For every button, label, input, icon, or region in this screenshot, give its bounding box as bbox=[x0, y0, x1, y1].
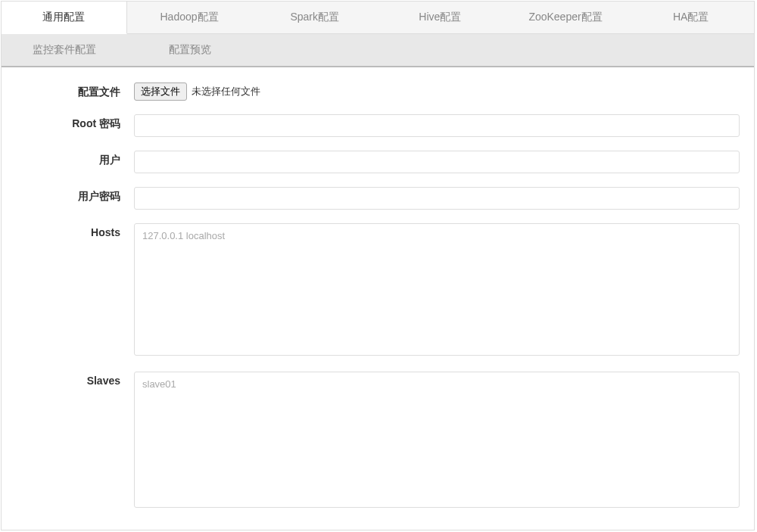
label-hosts: Hosts bbox=[9, 223, 134, 358]
tab-zookeeper-config[interactable]: ZooKeeper配置 bbox=[503, 2, 629, 33]
form-content: 配置文件 选择文件 未选择任何文件 Root 密码 用户 用户密码 bbox=[2, 67, 754, 532]
tab-ha-config[interactable]: HA配置 bbox=[628, 2, 754, 33]
tabs-row-2: 监控套件配置 配置预览 bbox=[2, 34, 754, 67]
user-password-input[interactable] bbox=[134, 187, 740, 210]
tab-config-preview[interactable]: 配置预览 bbox=[127, 34, 253, 66]
label-user-password: 用户密码 bbox=[9, 187, 134, 210]
slaves-textarea[interactable] bbox=[134, 372, 740, 508]
row-user: 用户 bbox=[9, 151, 746, 173]
label-user: 用户 bbox=[9, 151, 134, 173]
tab-general-config[interactable]: 通用配置 bbox=[2, 2, 127, 34]
row-user-password: 用户密码 bbox=[9, 187, 746, 210]
tab-hive-config[interactable]: Hive配置 bbox=[378, 2, 503, 33]
choose-file-button[interactable]: 选择文件 bbox=[134, 82, 187, 101]
label-config-file: 配置文件 bbox=[9, 82, 134, 101]
tab-hadoop-config[interactable]: Hadoop配置 bbox=[127, 2, 253, 33]
row-root-password: Root 密码 bbox=[9, 114, 746, 137]
tab-monitor-suite-config[interactable]: 监控套件配置 bbox=[2, 34, 127, 66]
tab-spark-config[interactable]: Spark配置 bbox=[252, 2, 378, 33]
label-root-password: Root 密码 bbox=[9, 114, 134, 137]
main-container: 通用配置 Hadoop配置 Spark配置 Hive配置 ZooKeeper配置… bbox=[1, 1, 755, 530]
row-slaves: Slaves bbox=[9, 372, 746, 510]
hosts-textarea[interactable] bbox=[134, 223, 740, 356]
tabs-row-1: 通用配置 Hadoop配置 Spark配置 Hive配置 ZooKeeper配置… bbox=[2, 2, 754, 34]
root-password-input[interactable] bbox=[134, 114, 740, 137]
row-hosts: Hosts bbox=[9, 223, 746, 358]
file-status-text: 未选择任何文件 bbox=[192, 85, 260, 98]
label-slaves: Slaves bbox=[9, 372, 134, 510]
row-config-file: 配置文件 选择文件 未选择任何文件 bbox=[9, 82, 746, 101]
user-input[interactable] bbox=[134, 151, 740, 173]
